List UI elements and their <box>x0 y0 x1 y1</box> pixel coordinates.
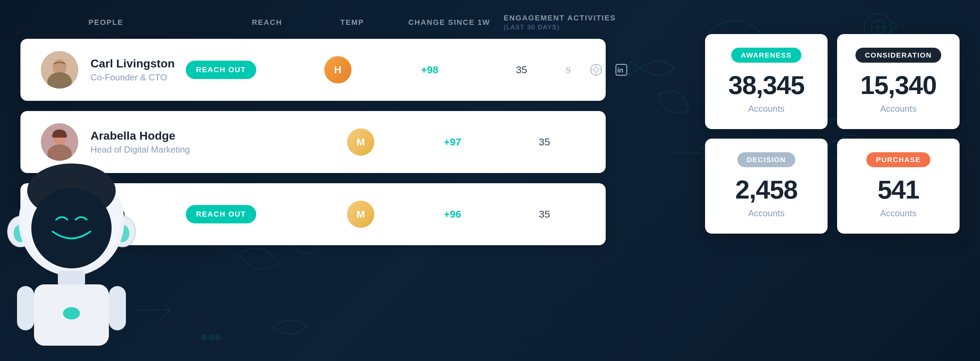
table-headers: PEOPLE REACH TEMP CHANGE SINCE 1W ENGAGE… <box>21 14 959 35</box>
stat-card-awareness: AWARENESS 38,345 Accounts <box>705 34 827 129</box>
decision-badge: DECISION <box>737 152 795 167</box>
change-value: +96 <box>429 208 476 220</box>
change-value: +98 <box>406 64 453 76</box>
engagement-value: 35 <box>531 208 558 220</box>
awareness-badge: AWARENESS <box>731 48 801 63</box>
decision-number: 2,458 <box>722 177 811 203</box>
purchase-label: Accounts <box>854 208 943 219</box>
svg-rect-42 <box>109 286 126 331</box>
decision-label: Accounts <box>722 208 811 219</box>
svg-point-18 <box>594 67 598 72</box>
avatar-carl <box>41 51 78 89</box>
stat-card-consideration: CONSIDERATION 15,340 Accounts <box>837 34 959 129</box>
reach-badge[interactable]: REACH OUT <box>186 61 256 79</box>
engagement-value: 35 <box>531 136 558 148</box>
svg-rect-43 <box>17 286 34 331</box>
consideration-number: 15,340 <box>854 72 943 98</box>
col-header-reach: REACH <box>252 18 340 27</box>
consideration-label: Accounts <box>854 104 943 114</box>
awareness-label: Accounts <box>722 104 811 114</box>
semrush-icon[interactable]: S <box>563 61 579 78</box>
temp-badge: H <box>324 56 352 83</box>
linkedin-icon[interactable]: in <box>613 61 630 78</box>
purchase-badge: PURCHASE <box>866 152 930 167</box>
svg-rect-39 <box>58 271 85 286</box>
col-header-engagement: ENGAGEMENT ACTIVITIES (last 30 days) <box>504 14 640 31</box>
stat-card-decision: DECISION 2,458 Accounts <box>705 139 827 234</box>
awareness-number: 38,345 <box>722 72 811 98</box>
person-info-carl: Carl Livingston Co-Founder & CTO <box>91 57 186 83</box>
person-title: Co-Founder & CTO <box>91 72 186 83</box>
col-header-change: CHANGE SINCE 1W <box>408 18 504 27</box>
col-header-people: PEOPLE <box>89 18 252 27</box>
person-name: Arabella Hodge <box>91 129 272 142</box>
change-value: +97 <box>429 136 476 148</box>
temp-badge: M <box>347 128 374 156</box>
col-header-temp: TEMP <box>340 18 408 27</box>
engagement-value: 35 <box>508 64 535 76</box>
svg-point-15 <box>53 59 66 72</box>
svg-text:S: S <box>566 65 571 75</box>
compass-icon[interactable] <box>588 61 605 78</box>
temp-badge: M <box>347 201 374 228</box>
purchase-number: 541 <box>854 177 943 203</box>
person-name: Carl Livingston <box>91 57 186 70</box>
stat-card-purchase: PURCHASE 541 Accounts <box>837 139 959 234</box>
svg-point-38 <box>31 188 111 268</box>
reach-badge[interactable]: REACH OUT <box>186 205 256 224</box>
table-row: Carl Livingston Co-Founder & CTO REACH O… <box>21 39 606 101</box>
robot-illustration <box>0 150 143 361</box>
svg-text:in: in <box>617 66 624 74</box>
svg-point-41 <box>63 307 80 319</box>
consideration-badge: CONSIDERATION <box>856 48 941 63</box>
social-icons: S in <box>563 61 630 78</box>
stats-overlay: AWARENESS 38,345 Accounts CONSIDERATION … <box>705 34 959 234</box>
